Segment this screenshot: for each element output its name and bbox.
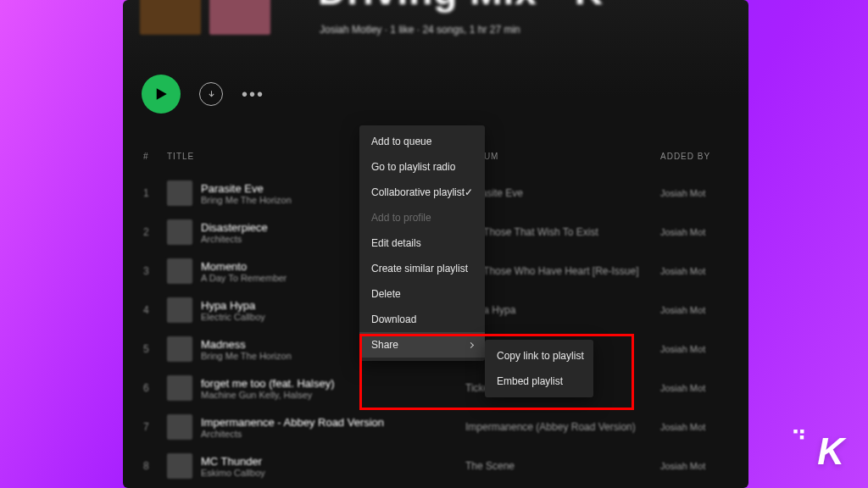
svg-marker-0 [157, 88, 167, 100]
track-thumb [167, 180, 192, 206]
track-row[interactable]: 7Impermanence - Abbey Road VersionArchit… [123, 408, 748, 446]
track-thumb [167, 336, 192, 362]
track-number: 2 [143, 226, 167, 238]
track-name: Parasite Eve [201, 182, 292, 195]
site-logo: K [817, 430, 844, 473]
menu-item-label: Download [371, 313, 416, 325]
track-name: forget me too (feat. Halsey) [201, 377, 335, 390]
playlist-subtitle: Josiah Motley · 1 like · 24 songs, 1 hr … [320, 24, 520, 36]
track-artist: Architects [201, 234, 268, 244]
track-added-by: Josiah Mot [660, 266, 728, 276]
playlist-header: Driving Mix - K Josiah Motley · 1 like ·… [123, 0, 748, 68]
app-window: Driving Mix - K Josiah Motley · 1 like ·… [123, 0, 748, 488]
track-name: Hypa Hypa [201, 299, 265, 312]
track-name: Impermanence - Abbey Road Version [201, 416, 384, 429]
track-album: Impermanence (Abbey Road Version) [465, 421, 660, 433]
col-num: # [143, 152, 167, 161]
menu-item-add-to-profile: Add to profile [359, 205, 485, 230]
track-added-by: Josiah Mot [660, 344, 728, 354]
track-artist: Eskimo Callboy [201, 468, 265, 478]
track-name: Disasterpiece [201, 221, 268, 234]
menu-item-label: Delete [371, 288, 401, 300]
menu-item-create-similar-playlist[interactable]: Create similar playlist [359, 256, 485, 281]
track-album: Parasite Eve [465, 187, 660, 199]
track-artist: Architects [201, 429, 384, 439]
track-thumb [167, 258, 192, 284]
track-name: Madness [201, 338, 292, 351]
track-name: Momento [201, 260, 287, 273]
menu-item-go-to-playlist-radio[interactable]: Go to playlist radio [359, 154, 485, 180]
check-icon: ✓ [465, 186, 473, 198]
menu-item-collaborative-playlist[interactable]: Collaborative playlist✓ [359, 180, 485, 205]
playlist-title: Driving Mix - K [318, 0, 604, 14]
track-thumb [167, 297, 192, 323]
menu-item-label: Create similar playlist [371, 263, 468, 274]
menu-item-label: Collaborative playlist [371, 186, 465, 198]
track-number: 3 [143, 265, 167, 277]
menu-item-add-to-queue[interactable]: Add to queue [359, 129, 485, 154]
track-added-by: Josiah Mot [660, 461, 728, 471]
track-number: 1 [143, 187, 167, 199]
share-submenu: Copy link to playlistEmbed playlist [485, 340, 593, 397]
submenu-item-embed-playlist[interactable]: Embed playlist [485, 369, 593, 394]
track-number: 5 [143, 343, 167, 355]
track-thumb [167, 375, 192, 401]
track-number: 4 [143, 304, 167, 316]
col-added-by: ADDED BY [660, 152, 728, 161]
track-thumb [167, 414, 192, 440]
track-artist: Bring Me The Horizon [201, 351, 292, 361]
track-artist: Bring Me The Horizon [201, 195, 292, 205]
download-button[interactable] [199, 82, 223, 106]
track-added-by: Josiah Mot [660, 188, 728, 198]
menu-item-label: Go to playlist radio [371, 161, 455, 173]
submenu-item-label: Embed playlist [497, 375, 563, 387]
download-icon [206, 89, 217, 100]
track-album: Hypa Hypa [465, 304, 660, 316]
menu-item-edit-details[interactable]: Edit details [359, 230, 485, 256]
context-menu: Add to queueGo to playlist radioCollabor… [359, 125, 485, 361]
track-number: 7 [143, 421, 167, 433]
track-added-by: Josiah Mot [660, 227, 728, 237]
track-row[interactable]: 8MC ThunderEskimo CallboyThe SceneJosiah… [123, 446, 748, 485]
track-album: For Those That Wish To Exist [465, 226, 660, 238]
track-added-by: Josiah Mot [660, 305, 728, 315]
menu-item-label: Add to profile [371, 212, 431, 224]
menu-item-label: Edit details [371, 237, 421, 249]
track-album: For Those Who Have Heart [Re-Issue] [465, 265, 660, 277]
menu-item-share[interactable]: Share [359, 332, 485, 358]
track-album: The Scene [465, 460, 660, 472]
track-added-by: Josiah Mot [660, 422, 728, 432]
cover-art [209, 0, 270, 35]
menu-item-label: Share [371, 339, 398, 351]
track-number: 8 [143, 460, 167, 472]
track-thumb [167, 219, 192, 245]
cover-art [140, 0, 201, 35]
menu-item-label: Add to queue [371, 136, 431, 147]
chevron-right-icon [468, 341, 474, 347]
menu-item-download[interactable]: Download [359, 307, 485, 332]
track-name: MC Thunder [201, 455, 265, 468]
track-row[interactable]: 6forget me too (feat. Halsey)Machine Gun… [123, 369, 748, 408]
col-album: ALBUM [465, 152, 660, 161]
menu-item-delete[interactable]: Delete [359, 281, 485, 307]
submenu-item-label: Copy link to playlist [497, 350, 584, 362]
play-icon [153, 86, 169, 102]
submenu-item-copy-link-to-playlist[interactable]: Copy link to playlist [485, 343, 593, 369]
more-button[interactable]: ••• [242, 85, 264, 104]
play-button[interactable] [142, 75, 181, 114]
logo-accent: ■ ■ ■ [793, 429, 804, 441]
track-thumb [167, 453, 192, 479]
track-artist: Machine Gun Kelly, Halsey [201, 390, 335, 400]
track-artist: A Day To Remember [201, 273, 287, 283]
track-added-by: Josiah Mot [660, 383, 728, 393]
track-artist: Electric Callboy [201, 312, 265, 322]
track-number: 6 [143, 382, 167, 394]
playback-controls: ••• [142, 75, 264, 114]
